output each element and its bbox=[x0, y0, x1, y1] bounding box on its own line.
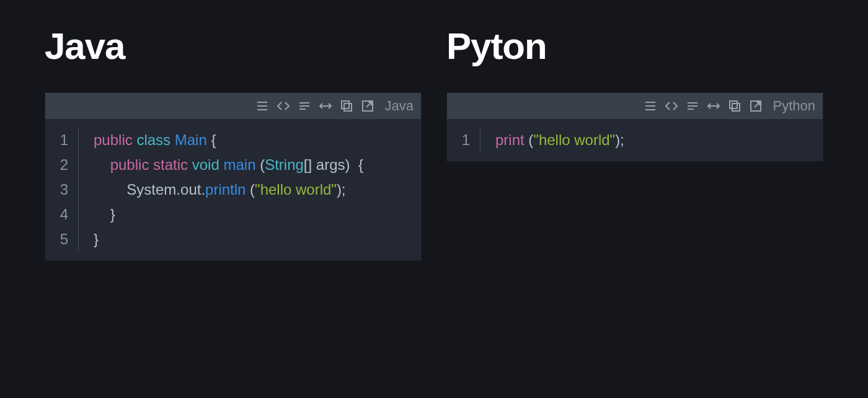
line-number: 5 bbox=[45, 227, 68, 252]
line-number-gutter: 1 bbox=[447, 128, 480, 153]
line-number: 2 bbox=[45, 153, 68, 177]
code-token: print bbox=[495, 131, 525, 148]
lines-icon[interactable] bbox=[643, 99, 658, 113]
code-block-toolbar: Python bbox=[447, 93, 823, 119]
code-content[interactable]: public class Main { public static void m… bbox=[79, 128, 421, 252]
svg-rect-8 bbox=[342, 101, 349, 108]
notes-icon[interactable] bbox=[685, 99, 700, 113]
line-number: 3 bbox=[45, 177, 68, 202]
code-line: public class Main { bbox=[94, 128, 412, 153]
code-block-toolbar: Java bbox=[45, 93, 421, 119]
line-number: 1 bbox=[447, 128, 470, 153]
columns-container: Java J bbox=[0, 0, 868, 286]
code-block-language-label: Java bbox=[385, 98, 414, 114]
line-number: 1 bbox=[45, 128, 68, 153]
code-token: ); bbox=[615, 131, 624, 148]
lines-icon[interactable] bbox=[255, 99, 270, 113]
code-token: String bbox=[265, 156, 304, 173]
code-line: print ("hello world"); bbox=[495, 128, 814, 153]
svg-line-21 bbox=[755, 102, 760, 107]
code-token: [] args) { bbox=[304, 156, 363, 173]
code-token: } bbox=[94, 231, 99, 247]
code-token: System.out. bbox=[126, 181, 205, 198]
code-token: public bbox=[94, 131, 133, 148]
code-body: 12345 public class Main { public static … bbox=[45, 119, 421, 260]
code-token: public bbox=[110, 156, 149, 173]
code-line: } bbox=[94, 202, 412, 227]
code-token: void bbox=[192, 156, 219, 173]
code-line: } bbox=[94, 227, 412, 252]
code-line: System.out.println ("hello world"); bbox=[94, 177, 412, 202]
popout-icon[interactable] bbox=[748, 99, 763, 113]
column-title: Pyton bbox=[446, 25, 823, 68]
popout-icon[interactable] bbox=[360, 99, 375, 113]
code-icon[interactable] bbox=[276, 99, 291, 113]
code-token: { bbox=[211, 131, 216, 148]
code-token: "hello world" bbox=[255, 181, 337, 198]
svg-line-10 bbox=[366, 102, 371, 107]
column-java: Java J bbox=[45, 25, 422, 261]
code-token: println bbox=[205, 181, 246, 198]
code-token: "hello world" bbox=[533, 131, 615, 148]
code-block: Java 12345 public class Main { public st… bbox=[45, 92, 422, 261]
code-token: } bbox=[110, 206, 115, 223]
column-title: Java bbox=[45, 25, 422, 68]
stretch-icon[interactable] bbox=[706, 99, 721, 113]
code-content[interactable]: print ("hello world"); bbox=[480, 128, 823, 153]
code-block: Python 1 print ("hello world"); bbox=[446, 92, 823, 162]
line-number-gutter: 12345 bbox=[45, 128, 79, 252]
line-number: 4 bbox=[45, 202, 68, 227]
code-line: public static void main (String[] args) … bbox=[94, 153, 412, 177]
column-python: Pyton bbox=[446, 25, 823, 261]
code-icon[interactable] bbox=[664, 99, 679, 113]
code-token: ( bbox=[260, 156, 265, 173]
copy-icon[interactable] bbox=[339, 99, 354, 113]
code-token: class bbox=[136, 131, 170, 148]
stretch-icon[interactable] bbox=[318, 99, 333, 113]
code-token: ( bbox=[250, 181, 255, 198]
copy-icon[interactable] bbox=[727, 99, 742, 113]
code-body: 1 print ("hello world"); bbox=[447, 119, 823, 161]
notes-icon[interactable] bbox=[297, 99, 312, 113]
code-token: Main bbox=[175, 131, 207, 148]
code-token: main bbox=[223, 156, 255, 173]
svg-rect-7 bbox=[344, 104, 352, 111]
svg-rect-18 bbox=[732, 104, 740, 111]
svg-rect-19 bbox=[730, 101, 737, 108]
code-block-language-label: Python bbox=[773, 98, 816, 114]
code-token: static bbox=[153, 156, 188, 173]
code-token: ); bbox=[337, 181, 346, 198]
